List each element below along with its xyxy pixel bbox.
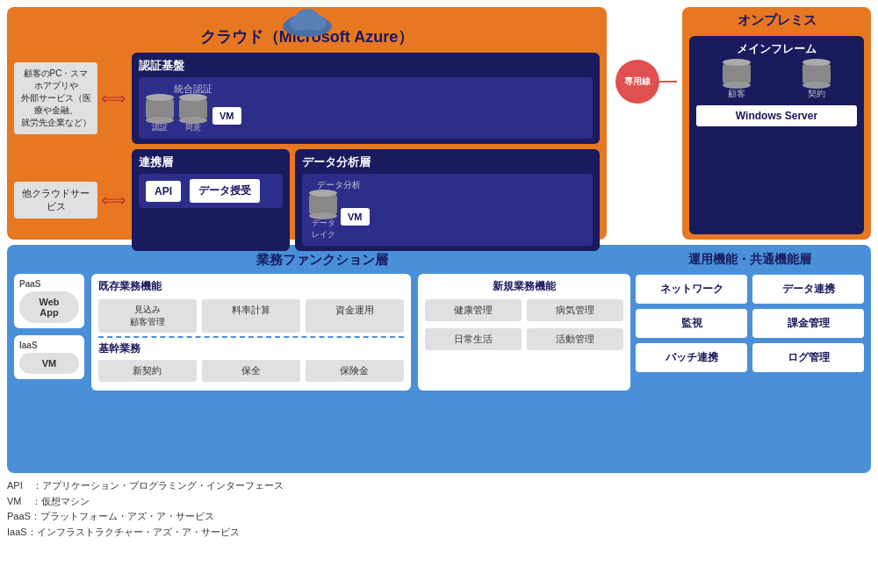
contract-db-icon: [802, 62, 831, 85]
data-link-label: データ連携: [782, 283, 835, 295]
dedicated-line-area: 専用線: [612, 7, 677, 104]
asset-label: 資金運用: [335, 305, 374, 315]
new-funcs-section: 新規業務機能 健康管理 病気管理 日常生活: [418, 274, 630, 391]
log-label: ログ管理: [788, 351, 830, 363]
data-link-item: データ連携: [752, 275, 864, 304]
dedicated-line-bar: [659, 81, 677, 82]
new-func-row-2: 日常生活 活動管理: [425, 328, 623, 350]
dotted-divider: [98, 336, 404, 338]
cloud-icon: [281, 5, 334, 37]
auth-block-title: 認証基盤: [139, 58, 593, 74]
footnote-paas: PaaS：プラットフォーム・アズ・ア・サービス: [7, 509, 871, 525]
func-row-2: 新契約 保全 保険金: [98, 360, 404, 382]
paas-label: PaaS: [19, 279, 40, 289]
api-box: API: [146, 181, 181, 202]
disease-label: 病気管理: [556, 305, 594, 315]
activity-label: 活動管理: [556, 333, 594, 344]
business-title: 業務ファンクション層: [14, 252, 630, 269]
vm-label-business: VM: [42, 358, 57, 369]
web-app-box: Web App: [19, 291, 79, 323]
right-panel: 専用線: [612, 7, 677, 240]
other-cloud-label: 他クラウドサービス: [19, 187, 92, 213]
auth-db-icon: [146, 97, 174, 120]
contract-db-item: 契約: [802, 62, 831, 100]
data-vm-label: VM: [348, 212, 363, 222]
batch-item: バッチ連携: [636, 343, 747, 372]
network-label: ネットワーク: [660, 283, 723, 295]
windows-server-label: Windows Server: [736, 110, 817, 122]
batch-label: バッチ連携: [666, 351, 718, 363]
vm-box-business: VM: [19, 353, 79, 374]
network-item: ネットワーク: [636, 275, 747, 304]
footnote-api: API ：アプリケーション・プログラミング・インターフェース: [7, 478, 871, 494]
connect-block: 連携層 API データ授受: [132, 149, 290, 251]
onpremise-title: オンプレミス: [689, 12, 864, 29]
disease-item: 病気管理: [527, 299, 623, 321]
auth-vm-box: VM: [212, 107, 241, 125]
data-inner-left: データ分析 データ レイク VM: [309, 179, 370, 240]
iaas-box: IaaS VM: [14, 335, 84, 379]
other-cloud-box: 他クラウドサービス: [14, 182, 97, 219]
auth-row: 顧客のPC・スマホアプリや 外部サービス（医療や金融、 就労先企業など） ⟺ 認…: [14, 53, 600, 144]
customer-label: 顧客: [728, 88, 745, 100]
existing-funcs: 既存業務機能 見込み 顧客管理 料率計算 資金運用: [91, 274, 411, 391]
operations-title: 運用機能・共通機能層: [636, 252, 864, 268]
monitor-label: 監視: [681, 317, 702, 329]
connect-inner: API データ授受: [139, 174, 283, 208]
connect-title: 連携層: [139, 154, 283, 170]
rate-label: 料率計算: [232, 305, 270, 315]
premium-item: 保険金: [306, 360, 404, 382]
second-row: 他クラウドサービス ⟺ 連携層 API データ授受: [14, 149, 600, 251]
billing-item: 課金管理: [752, 309, 864, 338]
billing-label: 課金管理: [788, 317, 830, 329]
cloud-inner: 顧客のPC・スマホアプリや 外部サービス（医療や金融、 就労先企業など） ⟺ 認…: [14, 53, 600, 251]
bottom-area: 業務ファンクション層 PaaS Web App IaaS VM: [7, 245, 871, 473]
new-title: 新規業務機能: [425, 279, 623, 294]
business-section: 業務ファンクション層 PaaS Web App IaaS VM: [14, 252, 630, 466]
auth-block: 認証基盤 統合認証 認証: [132, 53, 600, 144]
customer-db-icon: [723, 62, 751, 85]
asset-item: 資金運用: [306, 299, 404, 333]
log-item: ログ管理: [752, 343, 864, 372]
contract-label: 契約: [808, 88, 825, 100]
prospect-label: 見込み 顧客管理: [130, 305, 165, 326]
new-block: 新規業務機能 健康管理 病気管理 日常生活: [418, 274, 630, 391]
footnote-vm: VM ：仮想マシン: [7, 494, 871, 510]
data-receive-label: データ授受: [198, 184, 251, 197]
onpremise-section: オンプレミス メインフレーム 顧客 契約 Windows Server: [682, 7, 871, 240]
daily-label: 日常生活: [454, 333, 493, 344]
customer-db-item: 顧客: [723, 62, 751, 100]
paas-iaas-col: PaaS Web App IaaS VM: [14, 274, 84, 391]
dedicated-line-label: 専用線: [624, 75, 651, 88]
arrow-double-1: ⟺: [101, 88, 126, 109]
health-label: 健康管理: [454, 305, 493, 315]
windows-server-box: Windows Server: [696, 105, 857, 126]
top-area: クラウド（Microsoft Azure） 顧客のPC・スマホアプリや 外部サー…: [7, 7, 871, 240]
existing-title: 既存業務機能: [98, 279, 404, 294]
mainframe-block: メインフレーム 顧客 契約 Windows Server: [689, 36, 864, 234]
mainframe-title: メインフレーム: [696, 41, 857, 57]
base-title: 基幹業務: [98, 341, 404, 356]
footnotes: API ：アプリケーション・プログラミング・インターフェース VM ：仮想マシン…: [7, 478, 871, 540]
daily-item: 日常生活: [425, 328, 522, 350]
activity-item: 活動管理: [527, 328, 623, 350]
new-contract-item: 新契約: [98, 360, 197, 382]
data-receive-box: データ授受: [190, 179, 260, 203]
auth-inner: 統合認証 認証 同意: [139, 77, 593, 139]
insurance-label: 保全: [241, 365, 261, 376]
new-func-row-1: 健康管理 病気管理: [425, 299, 623, 321]
consent-db-icon: [179, 97, 207, 120]
paas-box: PaaS Web App: [14, 274, 84, 328]
data-analysis-title: データ分析層: [302, 154, 593, 170]
rate-item: 料率計算: [202, 299, 300, 333]
business-inner: PaaS Web App IaaS VM 既存業: [14, 274, 630, 391]
monitor-item: 監視: [636, 309, 747, 338]
mainframe-dbs: 顧客 契約: [696, 62, 857, 100]
ops-grid: ネットワーク データ連携 監視 課金管理 バッチ連携 ログ管理: [636, 275, 864, 372]
dedicated-line-badge: 専用線: [615, 60, 659, 104]
api-label: API: [155, 185, 172, 197]
premium-label: 保険金: [340, 365, 369, 376]
client-label: 顧客のPC・スマホアプリや 外部サービス（医療や金融、 就労先企業など）: [19, 68, 92, 129]
auth-vm-label: VM: [220, 111, 234, 121]
arrow-double-2: ⟺: [101, 190, 126, 211]
